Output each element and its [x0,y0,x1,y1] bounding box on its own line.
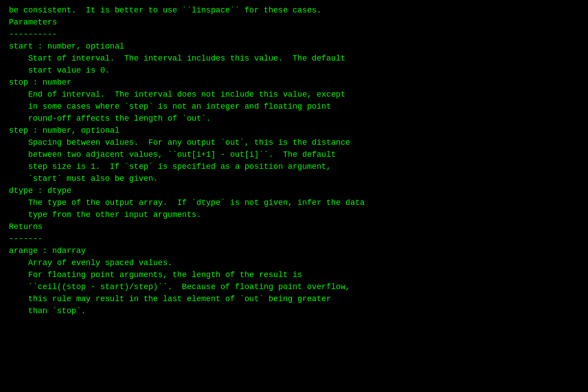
doc-line: Array of evenly spaced values. [9,257,579,269]
doc-line: Start of interval. The interval includes… [9,53,579,65]
doc-line: than `stop`. [9,305,579,317]
doc-line: `start` must also be given. [9,173,579,185]
doc-line: between two adjacent values, ``out[i+1] … [9,149,579,161]
documentation-container: be consistent. It is better to use ``lin… [9,4,579,317]
doc-line: Parameters [9,16,579,29]
doc-line: Spacing between values. For any output `… [9,137,579,149]
doc-line: be consistent. It is better to use ``lin… [9,4,579,16]
doc-line: Returns [9,221,579,233]
doc-line: step size is 1. If `step` is specified a… [9,161,579,173]
doc-line: ------- [9,233,579,245]
doc-line: this rule may result in the last element… [9,293,579,305]
doc-line: ---------- [9,29,579,41]
doc-line: ``ceil((stop - start)/step)``. Because o… [9,281,579,293]
doc-line: stop : number [9,77,579,89]
doc-line: The type of the output array. If `dtype`… [9,197,579,209]
doc-line: start value is 0. [9,65,579,77]
doc-line: arange : ndarray [9,245,579,257]
doc-line: End of interval. The interval does not i… [9,89,579,101]
content-lines: be consistent. It is better to use ``lin… [9,4,579,317]
doc-line: round-off affects the length of `out`. [9,113,579,125]
doc-line: in some cases where `step` is not an int… [9,101,579,113]
doc-line: For floating point arguments, the length… [9,269,579,281]
doc-line: start : number, optional [9,41,579,53]
doc-line: dtype : dtype [9,185,579,197]
doc-line: type from the other input arguments. [9,209,579,221]
doc-line: step : number, optional [9,125,579,137]
